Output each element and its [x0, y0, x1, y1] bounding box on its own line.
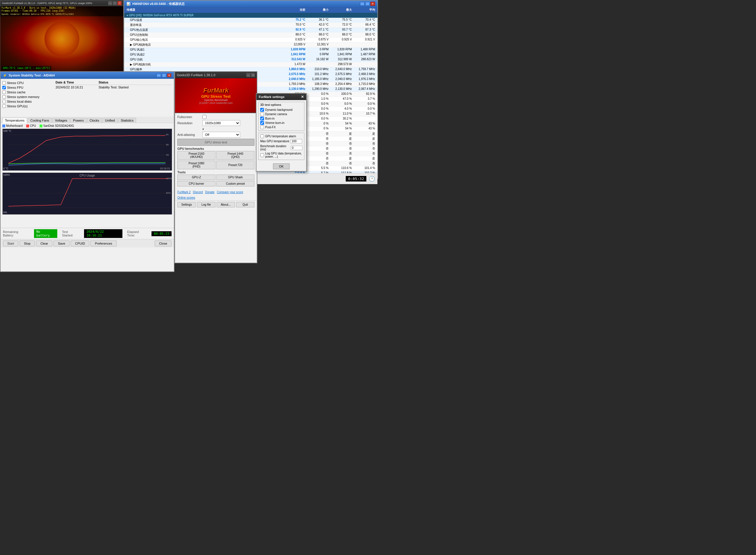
log-file-button[interactable]: Log file: [197, 202, 215, 207]
save-button[interactable]: Save: [53, 241, 70, 246]
stop-button[interactable]: Stop: [19, 241, 35, 246]
sensor-avg: 否: [353, 162, 376, 166]
preferences-button[interactable]: Preferences: [90, 241, 116, 246]
online-scores-link[interactable]: Online scores: [177, 196, 195, 199]
aida64-close-btn[interactable]: ✕: [167, 73, 172, 77]
stress-fpu-label: Stress FPU: [7, 86, 23, 89]
custom-preset-button[interactable]: Custom preset: [216, 181, 255, 186]
sensor-avg: 87.3 °C: [353, 28, 376, 32]
preset-4k-button[interactable]: Preset:2160 (4K/UHD): [177, 151, 216, 160]
furmark-window-minimize-btn[interactable]: —: [246, 73, 250, 77]
stress-memory-checkbox[interactable]: [2, 95, 6, 99]
sensor-min: [307, 62, 330, 67]
xtreme-burn-in-checkbox[interactable]: [260, 121, 264, 125]
stress-gpus-label: Stress GPU(s): [7, 104, 28, 108]
dialog-ok-button[interactable]: OK: [273, 164, 290, 169]
hwinfo-clock-icon: 🕐: [369, 176, 375, 182]
sensor-min: 0.0 %: [307, 92, 330, 96]
sensor-min: 16.182 W: [307, 57, 330, 62]
sensor-name: GPU过热制制: [125, 33, 283, 37]
legend-disk: SanDisk SDSSDA240G: [40, 124, 74, 127]
log-data-checkbox[interactable]: [260, 153, 264, 157]
sensor-max: 298.573 W: [330, 62, 353, 67]
hwinfo-minimize-btn[interactable]: —: [360, 2, 365, 6]
cpu-burner-button[interactable]: CPU burner: [177, 181, 216, 186]
benchmark-duration-row: Benchmark duration (ms): [260, 144, 302, 152]
tab-unified[interactable]: Unified: [102, 118, 118, 123]
legend-disk-dot: [40, 125, 42, 127]
start-button[interactable]: Start: [3, 241, 18, 246]
benchmark-duration-input[interactable]: [291, 146, 302, 150]
aida64-maximize-btn[interactable]: □: [162, 73, 166, 77]
hwinfo-row: GPU热点温度 92.9 °C 47.1 °C 93.7 °C 87.3 °C: [124, 28, 377, 33]
gpu-alarm-section: GPU temperature alarm Max GPU temperatur…: [258, 133, 304, 160]
cpuid-button[interactable]: CPUID: [71, 241, 89, 246]
dynamic-background-checkbox[interactable]: [260, 108, 264, 112]
resolution-select[interactable]: 1920x1080: [203, 120, 240, 126]
tab-cooling-fans[interactable]: Cooling Fans: [28, 118, 52, 123]
gpu-temp-alarm-checkbox[interactable]: [260, 134, 264, 138]
settings-button[interactable]: Settings: [177, 202, 196, 207]
sensor-max: 54 %: [330, 127, 353, 131]
furmark-close-btn[interactable]: ✕: [118, 1, 122, 5]
sensor-avg: 102.2 %: [353, 171, 376, 173]
stress-cpu-checkbox[interactable]: [2, 81, 6, 85]
tab-voltages[interactable]: Voltages: [52, 118, 70, 123]
hwinfo-gpu-section-header[interactable]: ● GPU [#0]: NVIDIA GeForce RTX 4070 Ti S…: [124, 13, 377, 18]
aida64-icon: ⚡: [3, 74, 7, 77]
settings-close-btn[interactable]: ✕: [301, 95, 304, 99]
stress-cache-checkbox[interactable]: [2, 90, 6, 94]
sensor-max: 2,040.0 MHz: [330, 77, 353, 81]
burn-in-checkbox[interactable]: [260, 117, 264, 120]
aida64-minimize-btn[interactable]: —: [157, 73, 161, 77]
hwinfo-col-max: 最大: [330, 8, 353, 12]
preset-1080-button[interactable]: Preset:1080 (FHD): [177, 161, 216, 169]
fur-decoration: [0, 6, 123, 72]
anti-aliasing-select[interactable]: Off: [203, 132, 240, 138]
preset-1440-button[interactable]: Preset:1440 (QHD): [216, 151, 255, 160]
furmark-window-title-text: Geeks3D FurMark 1.38.1.0: [177, 73, 216, 77]
aida64-status-bar: Remaining Battery: No battery Test Start…: [1, 228, 174, 239]
furmark-maximize-btn[interactable]: □: [113, 1, 117, 5]
quit-button[interactable]: Quit: [236, 202, 255, 207]
sensor-avg: 3.7 %: [353, 97, 376, 101]
furmark-minimize-btn[interactable]: —: [108, 1, 112, 5]
post-fx-checkbox[interactable]: [260, 125, 264, 129]
dynamic-camera-checkbox[interactable]: [260, 112, 264, 116]
sensor-current: 1.473 W: [283, 62, 307, 67]
header-datetime: Date & Time: [55, 81, 96, 84]
aida64-close-toolbar-button[interactable]: Close: [155, 241, 172, 246]
stress-gpus-checkbox[interactable]: [2, 104, 6, 108]
elapsed-label: Elapsed Time:: [127, 230, 147, 237]
tab-powers[interactable]: Powers: [71, 118, 86, 123]
gpu-benchmarks-label: GPU benchmarks: [177, 147, 255, 151]
clear-button[interactable]: Clear: [36, 241, 52, 246]
preset-720-button[interactable]: Preset:720: [216, 161, 255, 169]
sensor-max: 2,675.5 MHz: [330, 73, 353, 77]
hwinfo-maximize-btn[interactable]: □: [365, 2, 370, 6]
sensor-avg: 70.4 °C: [353, 18, 376, 22]
cpu-chart-title: CPU Usage: [3, 174, 172, 177]
fullscreen-checkbox[interactable]: [203, 115, 207, 119]
compare-link[interactable]: Compare your score: [217, 190, 243, 194]
sensor-min: 101.2 MHz: [307, 73, 330, 77]
sensor-min: 210.0 MHz: [307, 68, 330, 72]
sensor-min: 0 %: [307, 122, 330, 126]
furmark2-link[interactable]: FurMark 2: [177, 190, 191, 194]
gpu-z-button[interactable]: GPU-Z: [177, 174, 216, 180]
gpu-shark-button[interactable]: GPU Shark: [216, 174, 255, 180]
sensor-max: 0.0 %: [330, 102, 353, 106]
tab-statistics[interactable]: Statistics: [118, 118, 136, 123]
stress-fpu-checkbox[interactable]: [2, 86, 6, 89]
max-gpu-temp-input[interactable]: [291, 139, 302, 143]
tab-clocks[interactable]: Clocks: [87, 118, 102, 123]
about-button[interactable]: About...: [217, 202, 235, 207]
discord-link[interactable]: Discord: [193, 190, 203, 194]
sensor-max: 是: [330, 137, 353, 141]
stress-disks-checkbox[interactable]: [2, 100, 6, 103]
donate-link[interactable]: Donate: [205, 190, 214, 194]
hwinfo-close-btn[interactable]: ✕: [370, 2, 375, 6]
gpu-stress-test-button[interactable]: GPU stress test: [177, 139, 255, 146]
furmark-window-close-btn[interactable]: ✕: [251, 73, 255, 77]
tab-temperatures[interactable]: Temperatures: [2, 118, 27, 123]
